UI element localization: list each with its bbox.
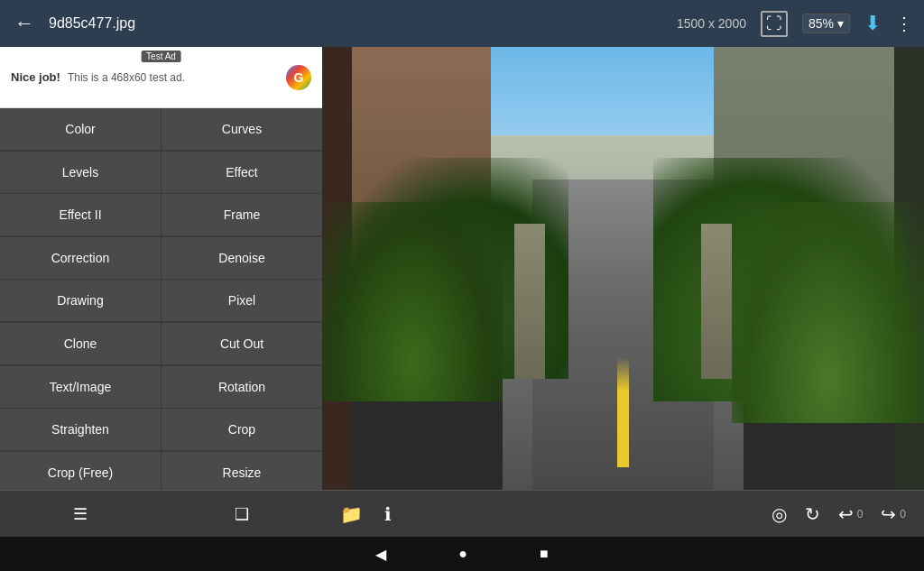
zoom-value: 85% [808,16,834,31]
layers-icon[interactable]: ❑ [229,499,254,530]
undo-count: 0 [857,508,864,520]
image-container [322,47,924,490]
back-button[interactable]: ← [11,8,38,39]
photo-canvas [322,47,924,490]
zoom-selector[interactable]: 85% ▾ [802,14,850,33]
info-button[interactable]: ℹ [377,498,399,530]
download-button[interactable]: ⬇ [864,12,881,35]
folder-button[interactable]: 📁 [333,498,370,530]
median-right [701,224,731,379]
ad-nice-text: Nice job! [11,70,60,84]
menu-item-denoise[interactable]: Denoise [162,237,322,279]
image-area: 📁 ℹ ◎ ↻ ↩0 ↪0 [322,47,924,537]
redo-count: 0 [900,508,906,520]
camera-button[interactable]: ◎ [764,498,794,530]
ad-banner: Test Ad Nice job! This is a 468x60 test … [0,47,322,108]
android-back-button[interactable]: ◀ [375,546,386,563]
more-menu-button[interactable]: ⋮ [895,13,913,34]
menu-item-effect-ii[interactable]: Effect II [0,194,161,235]
menu-item-resize[interactable]: Resize [162,452,322,493]
topbar: ← 9d85c477.jpg 1500 x 2000 ⛶ 85% ▾ ⬇ ⋮ [0,0,924,47]
ad-logo: G [286,65,311,90]
bottom-left-toolbar: ☰ ❑ [0,490,322,537]
median-left [514,224,544,379]
menu-item-crop-free[interactable]: Crop (Free) [0,452,161,493]
image-dimensions: 1500 x 2000 [677,16,746,31]
menu-item-crop[interactable]: Crop [162,409,322,450]
file-title: 9d85c477.jpg [49,15,666,32]
menu-list-icon[interactable]: ☰ [68,499,93,530]
menu-item-drawing[interactable]: Drawing [0,280,161,321]
menu-item-correction[interactable]: Correction [0,237,161,279]
menu-item-frame[interactable]: Frame [162,194,322,235]
topbar-right: 1500 x 2000 ⛶ 85% ▾ ⬇ ⋮ [677,11,913,37]
ad-label: Test Ad [141,51,181,62]
menu-item-clone[interactable]: Clone [0,323,161,364]
rotate-cw-button[interactable]: ↻ [798,498,827,530]
bottom-toolbar-right: 📁 ℹ ◎ ↻ ↩0 ↪0 [322,490,924,537]
fit-icon[interactable]: ⛶ [761,11,788,37]
menu-item-text-image[interactable]: Text/Image [0,366,161,408]
ad-description: This is a 468x60 test ad. [68,71,279,84]
menu-item-rotation[interactable]: Rotation [162,366,322,408]
zoom-arrow-icon: ▾ [837,16,844,31]
main-content: Test Ad Nice job! This is a 468x60 test … [0,47,924,537]
undo-button[interactable]: ↩0 [831,498,871,530]
android-recents-button[interactable]: ■ [540,546,549,562]
menu-item-straighten[interactable]: Straighten [0,409,161,450]
android-navbar: ◀ ● ■ [0,537,924,571]
menu-item-cut-out[interactable]: Cut Out [162,323,322,364]
menu-item-effect[interactable]: Effect [162,152,322,193]
menu-item-color[interactable]: Color [0,108,161,150]
menu-item-levels[interactable]: Levels [0,152,161,193]
menu-grid: Color Curves Levels Effect Effect II Fra… [0,108,322,537]
menu-item-curves[interactable]: Curves [162,108,322,150]
menu-item-pixel[interactable]: Pixel [162,280,322,321]
road-center-line [617,357,629,468]
left-panel: Test Ad Nice job! This is a 468x60 test … [0,47,322,537]
trees-right-2 [732,202,924,424]
trees-left-2 [322,202,503,401]
redo-button[interactable]: ↪0 [873,498,913,530]
folder-info-buttons: 📁 ℹ [333,498,399,530]
android-home-button[interactable]: ● [458,546,467,562]
